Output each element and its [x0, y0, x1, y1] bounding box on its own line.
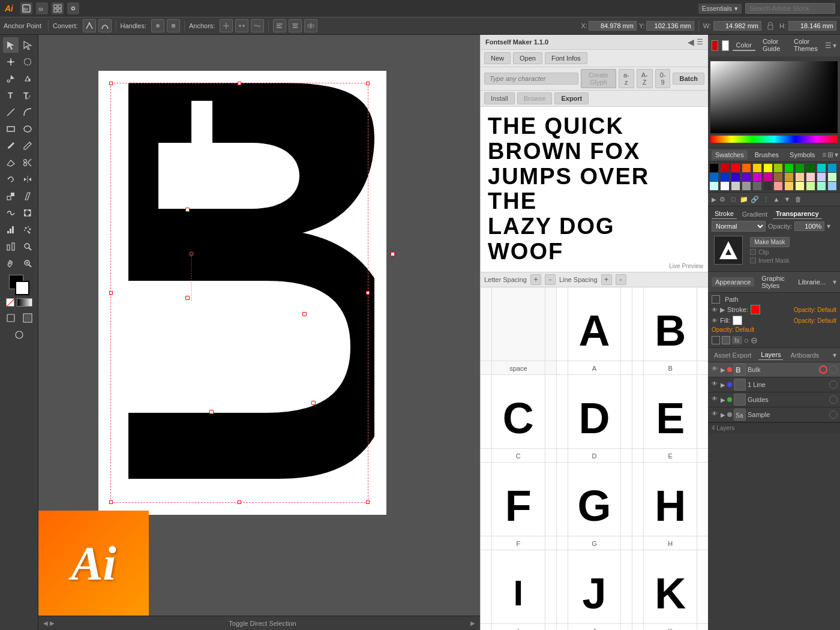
- ap-icon-1[interactable]: [712, 336, 720, 344]
- layer-visibility-1line[interactable]: [829, 380, 838, 389]
- arc-tool[interactable]: [20, 104, 35, 120]
- swatch-32[interactable]: [796, 182, 804, 190]
- char-input[interactable]: [484, 73, 578, 85]
- swatch-4[interactable]: [753, 164, 761, 172]
- blend-mode-select[interactable]: Normal: [712, 221, 766, 232]
- glyph-cell-B[interactable]: B B: [632, 287, 708, 374]
- line-tool[interactable]: [3, 104, 19, 120]
- opacity-chevron[interactable]: ▾: [827, 222, 830, 230]
- layer-visibility-guides[interactable]: [829, 395, 838, 404]
- essentials-dropdown[interactable]: Essentials ▾: [698, 4, 742, 14]
- layer-bulk[interactable]: 👁 ▶ B Bulk: [708, 362, 840, 377]
- swatch-2[interactable]: [731, 164, 740, 172]
- clip-checkbox[interactable]: [750, 249, 756, 255]
- lasso-tool[interactable]: [20, 54, 35, 70]
- fill-color-swatch[interactable]: [733, 316, 742, 325]
- free-transform-tool[interactable]: [20, 205, 35, 221]
- anchors-btn-1[interactable]: [220, 19, 233, 32]
- swatches-grid-icon[interactable]: ⊞: [827, 151, 833, 159]
- anchors-btn-3[interactable]: [251, 19, 264, 32]
- layer-tri-guides[interactable]: ▶: [721, 397, 725, 403]
- shear-tool[interactable]: [20, 188, 35, 204]
- swatch-27[interactable]: [742, 182, 751, 190]
- zoom-tool[interactable]: [20, 239, 35, 254]
- layer-tri-1line[interactable]: ▶: [721, 382, 725, 388]
- asset-export-tab[interactable]: Asset Export: [712, 350, 754, 360]
- swatches-list-icon[interactable]: ≡: [822, 151, 826, 159]
- opacity-input[interactable]: [794, 221, 824, 231]
- handle-bl[interactable]: [109, 500, 113, 504]
- anchor-point[interactable]: [391, 252, 395, 256]
- layer-eye-guides[interactable]: 👁: [710, 395, 719, 404]
- color-square-white[interactable]: [722, 40, 728, 51]
- eraser-tool[interactable]: [3, 155, 19, 170]
- font-infos-btn[interactable]: Font Infos: [545, 52, 587, 64]
- swatch-20[interactable]: [796, 173, 804, 181]
- az-upper-btn[interactable]: A-Z: [637, 69, 653, 88]
- layer-visibility-sample[interactable]: [829, 410, 838, 419]
- swatch-3[interactable]: [742, 164, 751, 172]
- swatch-6[interactable]: [774, 164, 782, 172]
- none-box[interactable]: [6, 298, 14, 307]
- type-tool[interactable]: T: [3, 88, 19, 103]
- appearance-tab[interactable]: Appearance: [712, 277, 754, 287]
- color-themes-tab[interactable]: Color Themes: [790, 37, 821, 55]
- lock-ratio-btn[interactable]: [764, 19, 777, 32]
- color-menu-icon[interactable]: ☰: [825, 41, 832, 50]
- y-input[interactable]: [646, 21, 694, 31]
- brushes-tab[interactable]: Brushes: [751, 150, 782, 160]
- swatch-33[interactable]: [806, 182, 815, 190]
- swatch-0[interactable]: [710, 164, 718, 172]
- appearance-expand-icon[interactable]: ▾: [833, 278, 836, 286]
- zoom-in-tool[interactable]: [20, 256, 35, 271]
- gradient-box[interactable]: [17, 298, 32, 307]
- swatch-10[interactable]: [817, 164, 826, 172]
- stroke-color-swatch[interactable]: [751, 305, 760, 314]
- graphic-styles-tab[interactable]: Graphic Styles: [758, 274, 791, 290]
- browse-btn[interactable]: Browse: [517, 92, 553, 104]
- swatch-35[interactable]: [828, 182, 836, 190]
- align-left-btn[interactable]: [273, 19, 286, 32]
- swatch-7[interactable]: [785, 164, 793, 172]
- convert-btn-1[interactable]: [83, 19, 96, 32]
- glyph-cell-G[interactable]: G G: [557, 463, 633, 550]
- anchor-point[interactable]: [185, 296, 190, 300]
- type-path-tool[interactable]: T: [20, 88, 35, 103]
- color-guide-tab[interactable]: Color Guide: [759, 37, 787, 55]
- layer-visibility-bulk[interactable]: [829, 365, 838, 374]
- pen-tool[interactable]: [3, 71, 19, 86]
- color-hue-strip[interactable]: [710, 136, 838, 143]
- glyph-cell-D[interactable]: D D: [557, 375, 633, 462]
- move-down-icon[interactable]: ▼: [782, 194, 792, 204]
- anchor-point[interactable]: [209, 410, 214, 414]
- fx-btn[interactable]: fx: [732, 336, 742, 344]
- folder-icon[interactable]: 📁: [739, 194, 749, 204]
- color-gradient-picker[interactable]: [710, 61, 838, 133]
- graph-tool[interactable]: [3, 222, 19, 238]
- layer-eye-1line[interactable]: 👁: [710, 380, 719, 389]
- glyph-cell-space[interactable]: space: [481, 287, 557, 374]
- glyph-cell-E[interactable]: E E: [632, 375, 708, 462]
- batch-btn[interactable]: Batch: [673, 73, 704, 85]
- swatch-34[interactable]: [817, 182, 826, 190]
- swatches-tab[interactable]: Swatches: [712, 150, 748, 160]
- anchors-btn-2[interactable]: [235, 19, 248, 32]
- new-btn[interactable]: New: [484, 52, 511, 64]
- swatch-22[interactable]: [817, 173, 826, 181]
- bridge-icon[interactable]: Br: [20, 2, 32, 14]
- layer-sample[interactable]: 👁 ▶ Sa Sample: [708, 407, 840, 422]
- reflect-tool[interactable]: [20, 172, 35, 187]
- glyph-cell-F[interactable]: F F: [481, 463, 557, 550]
- x-input[interactable]: [589, 21, 637, 31]
- warp-tool[interactable]: [3, 205, 19, 221]
- swatch-9[interactable]: [806, 164, 815, 172]
- layers-tab[interactable]: Layers: [758, 350, 783, 360]
- anchor-point[interactable]: [185, 208, 190, 212]
- swatch-30[interactable]: [774, 182, 782, 190]
- stock-search-input[interactable]: [745, 3, 835, 14]
- hand-tool[interactable]: [3, 256, 19, 271]
- export-btn[interactable]: Export: [554, 92, 589, 104]
- swatch-13[interactable]: [721, 173, 729, 181]
- layers-expand-icon[interactable]: ▾: [833, 351, 836, 359]
- more-icon[interactable]: ⋮: [761, 194, 770, 204]
